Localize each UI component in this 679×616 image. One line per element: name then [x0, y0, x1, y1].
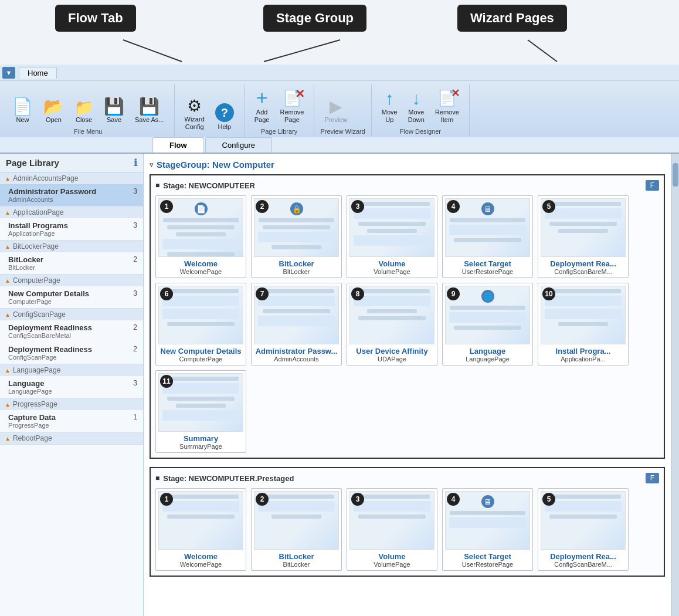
vertical-scrollbar[interactable] [671, 154, 679, 616]
sidebar-section-header-bitlocker[interactable]: ▲ BitLockerPage [0, 241, 143, 252]
sidebar-section-header-language[interactable]: ▲ LanguagePage [0, 364, 143, 376]
quick-access-button[interactable]: ▼ [2, 67, 15, 79]
move-up-button[interactable]: ↑ MoveUp [378, 87, 402, 127]
sidebar-section-header-admin[interactable]: ▲ AdminAccountsPage [0, 172, 143, 184]
ribbon-top-bar: ▼ Home [0, 65, 679, 81]
wizard-page-language[interactable]: 9 🌐 Language LanguagePage [442, 283, 533, 365]
close-button[interactable]: 📁 Close [70, 97, 97, 127]
home-tab-button[interactable]: Home [19, 67, 57, 79]
page-library-group: + AddPage 📄 ✕ RemovePage Page Library [247, 84, 315, 137]
help-icon: ? [215, 103, 234, 122]
stage-title-newcomp: ■ Stage: NEWCOMPUTEER [155, 181, 255, 190]
page-thumb-volume: 3 [349, 198, 434, 257]
sidebar-section-language: ▲ LanguagePage Language LanguagePage 3 [0, 364, 143, 398]
page-thumb-summary: 11 [158, 373, 243, 432]
section-arrow-bitlocker: ▲ [5, 243, 11, 250]
page-thumb-language: 9 🌐 [445, 286, 530, 344]
sidebar-item-bitlocker[interactable]: BitLocker BitLocker 2 [0, 252, 143, 274]
new-button[interactable]: 📄 New [8, 96, 37, 127]
close-icon: 📁 [74, 100, 93, 115]
sidebar-section-header-application[interactable]: ▲ ApplicationPage [0, 207, 143, 218]
preview-icon: ▶ [330, 99, 342, 115]
save-as-button[interactable]: 💾 Save As... [131, 96, 168, 127]
stage-collapse-icon[interactable]: ■ [155, 181, 159, 189]
save-icon: 💾 [104, 99, 124, 115]
page-thumb-prestaged-5: 5 [541, 491, 626, 550]
save-button[interactable]: 💾 Save [100, 96, 128, 127]
wizard-page-prestaged-4[interactable]: 4 🖥 Select Target UserRestorePage [442, 488, 533, 571]
wizard-page-deployment-readiness[interactable]: 5 Deployment Rea... ConfigScanBareM... [538, 195, 629, 278]
stage-collapse-icon-prestaged[interactable]: ■ [155, 474, 159, 482]
wizard-page-bitlocker[interactable]: 2 🔒 BitLocker BitLocker [251, 195, 342, 278]
configure-tab[interactable]: Configure [205, 137, 272, 153]
move-down-button[interactable]: ↓ MoveDown [404, 87, 429, 127]
wizard-page-prestaged-1[interactable]: 1 Welcome WelcomePage [155, 488, 246, 571]
sidebar-section-header-computer[interactable]: ▲ ComputerPage [0, 275, 143, 286]
remove-page-button[interactable]: 📄 ✕ RemovePage [276, 86, 308, 127]
stage-f-button-prestaged[interactable]: F [646, 473, 659, 483]
ribbon-container: ▼ Home 📄 New 📂 Open 📁 Close [0, 65, 679, 154]
sidebar-section-header-progress[interactable]: ▲ ProgressPage [0, 398, 143, 410]
preview-wizard-buttons: ▶ Preview [320, 84, 365, 127]
sidebar-item-capture-data[interactable]: Capture Data ProgressPage 1 [0, 410, 143, 432]
svg-line-2 [528, 40, 557, 62]
wizard-page-user-device-affinity[interactable]: 8 User Device Affinity UDAPage [347, 283, 437, 365]
wizard-page-prestaged-2[interactable]: 2 BitLocker BitLocker [251, 488, 342, 571]
wizard-page-welcome[interactable]: 1 📄 Welcome WelcomePage [155, 195, 246, 278]
sidebar-item-install-programs[interactable]: Install Programs ApplicationPage 3 [0, 218, 143, 240]
open-button[interactable]: 📂 Open [39, 96, 68, 127]
stage-box-prestaged: ■ Stage: NEWCOMPUTEER.Prestaged F 1 Welc… [150, 467, 665, 577]
page-thumb-install-programs: 10 [541, 286, 626, 344]
page-thumb-admin-password: 7 [254, 286, 339, 344]
flow-designer-label: Flow Designer [378, 127, 463, 137]
sidebar-item-new-computer[interactable]: New Computer Details ComputerPage 3 [0, 286, 143, 308]
wizard-page-admin-password[interactable]: 7 Administrator Passw... AdminAccounts [251, 283, 342, 365]
wizard-page-volume[interactable]: 3 Volume VolumePage [347, 195, 437, 278]
sidebar-section-header-configscan[interactable]: ▲ ConfigScanPage [0, 309, 143, 320]
stage-f-button-newcomp[interactable]: F [646, 180, 659, 191]
wizard-config-button[interactable]: ⚙ WizardConfig [181, 95, 209, 134]
wizard-page-prestaged-3[interactable]: 3 Volume VolumePage [347, 488, 437, 571]
wizard-page-install-programs[interactable]: 10 Install Progra... ApplicationPa... [538, 283, 629, 365]
move-up-icon: ↑ [385, 90, 394, 107]
preview-button[interactable]: ▶ Preview [320, 96, 351, 127]
wizard-pages-grid-newcomp: 1 📄 Welcome WelcomePage 2 🔒 [155, 195, 659, 453]
wizard-page-prestaged-5[interactable]: 5 Deployment Rea... ConfigScanBareM... [538, 488, 629, 571]
sidebar-item-admin-password[interactable]: Administrator Password AdminAccounts 3 [0, 184, 143, 206]
sidebar-section-header-reboot[interactable]: ▲ RebootPage [0, 432, 143, 444]
help-button[interactable]: ? Help [211, 100, 238, 134]
wizard-config-group: ⚙ WizardConfig ? Help [177, 84, 245, 137]
preview-wizard-label: Preview Wizard [320, 127, 365, 137]
sidebar-header: Page Library ℹ [0, 154, 143, 172]
section-arrow-configscan: ▲ [5, 312, 11, 318]
move-down-icon: ↓ [412, 90, 420, 107]
scrollbar-thumb[interactable] [673, 163, 678, 187]
svg-line-1 [264, 40, 340, 62]
wizard-page-select-target[interactable]: 4 🖥 Select Target UserRestorePage [442, 195, 533, 278]
sidebar-section-configscan: ▲ ConfigScanPage Deployment Readiness Co… [0, 309, 143, 364]
sidebar-section-admin: ▲ AdminAccountsPage Administrator Passwo… [0, 172, 143, 207]
collapse-icon[interactable]: ▿ [150, 161, 153, 169]
preview-wizard-group: ▶ Preview Preview Wizard [317, 84, 371, 137]
wizard-page-summary[interactable]: 11 Summary SummaryPage [155, 370, 246, 453]
add-page-button[interactable]: + AddPage [250, 84, 274, 127]
wizard-page-new-computer-details[interactable]: 6 New Computer Details ComputerPage [155, 283, 246, 365]
sidebar-item-deployment-readiness-1[interactable]: Deployment Readiness ConfigScanBareMetal… [0, 320, 143, 342]
section-arrow-computer: ▲ [5, 277, 11, 284]
flow-tab[interactable]: Flow [152, 137, 204, 153]
sidebar-section-bitlocker: ▲ BitLockerPage BitLocker BitLocker 2 [0, 241, 143, 275]
page-thumb-prestaged-3: 3 [349, 491, 434, 550]
sidebar-info-icon[interactable]: ℹ [134, 157, 137, 168]
wizard-config-buttons: ⚙ WizardConfig ? Help [181, 84, 238, 134]
sidebar-item-language[interactable]: Language LanguagePage 3 [0, 376, 143, 398]
wizard-config-icon: ⚙ [187, 98, 202, 114]
remove-item-button[interactable]: 📄 ✕ RemoveItem [431, 86, 463, 127]
sidebar-item-deployment-readiness-2[interactable]: Deployment Readiness ConfigScanPage 2 [0, 342, 143, 364]
section-arrow-admin: ▲ [5, 175, 11, 182]
stage-group-title: ▿ StageGroup: New Computer [150, 160, 665, 170]
main-layout: Page Library ℹ ▲ AdminAccountsPage Admin… [0, 154, 679, 616]
page-thumb-user-device-affinity: 8 [349, 286, 434, 344]
page-thumb-bitlocker: 2 🔒 [254, 198, 339, 257]
new-icon: 📄 [12, 99, 33, 115]
file-menu-group: 📄 New 📂 Open 📁 Close 💾 Save 💾 Sav [5, 84, 175, 137]
